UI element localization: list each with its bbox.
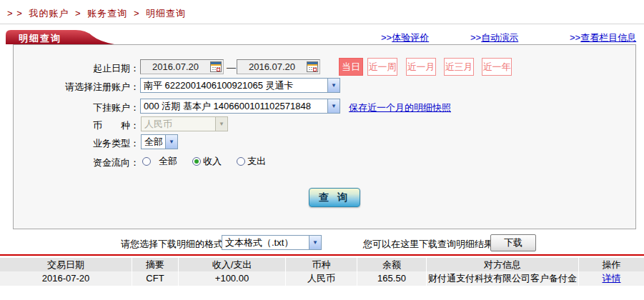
cell-balance: 165.50 xyxy=(357,271,427,286)
calendar-icon[interactable] xyxy=(307,61,318,72)
cell-date: 2016-07-20 xyxy=(0,271,132,286)
radio-checked-icon[interactable] xyxy=(192,157,201,166)
save-snapshot-link[interactable]: 保存近一个月的明细快照 xyxy=(349,101,451,114)
quick-range-week-button[interactable]: 近一周 xyxy=(367,58,397,76)
registered-account-select[interactable]: 南平 6222001406100921065 灵通卡 ▼ xyxy=(140,78,340,93)
cell-summary: CFT xyxy=(132,271,179,286)
start-date-input[interactable]: 2016.07.20 xyxy=(140,59,224,74)
fund-flow-radio-all[interactable]: 全部 xyxy=(142,155,177,168)
registered-account-value: 南平 6222001406100921065 灵通卡 xyxy=(141,79,327,92)
query-button[interactable]: 查 询 xyxy=(309,188,360,207)
end-date-input[interactable]: 2016.07.20 xyxy=(237,59,320,74)
download-button[interactable]: 下载 xyxy=(490,234,536,251)
calendar-icon[interactable] xyxy=(210,61,222,72)
column-header-amount: 收入/支出 xyxy=(179,258,286,271)
fund-flow-radio-income[interactable]: 收入 xyxy=(192,155,222,168)
radio-icon[interactable] xyxy=(237,157,245,166)
column-header-currency: 币种 xyxy=(286,258,357,271)
business-type-label: 业务类型： xyxy=(14,137,139,150)
cell-counterparty: 财付通支付科技有限公司客户备付金 xyxy=(427,271,579,286)
fund-flow-label: 资金流向： xyxy=(14,156,139,169)
radio-label: 全部 xyxy=(159,155,177,168)
quick-range-year-button[interactable]: 近一年 xyxy=(482,58,512,76)
link-view-column-info[interactable]: >>查看栏目信息 xyxy=(570,31,636,44)
chevron-down-icon[interactable]: ▼ xyxy=(327,79,340,92)
fund-flow-radio-expense[interactable]: 支出 xyxy=(237,155,266,168)
page: > > 我的账户 > 账务查询 > 明细查询 明细查询 >>体验评价 >>自动演… xyxy=(0,0,644,300)
radio-icon[interactable] xyxy=(142,157,151,166)
date-range-label: 起止日期： xyxy=(14,62,139,75)
chevron-down-icon: ▼ xyxy=(215,117,227,131)
link-auto-demo[interactable]: >>自动演示 xyxy=(470,31,518,44)
download-format-select[interactable]: 文本格式（.txt） ▼ xyxy=(222,235,322,250)
breadcrumb-separator: > xyxy=(75,8,81,19)
cell-amount: +100.00 xyxy=(179,271,286,286)
sub-account-select[interactable]: 000 活期 基本户 1406600101102571848 ▼ xyxy=(140,99,340,114)
breadcrumb-prefix: > > xyxy=(7,8,23,19)
business-type-select[interactable]: 全部 ▼ xyxy=(141,134,178,149)
start-date-value: 2016.07.20 xyxy=(141,61,210,72)
query-form-panel: 起止日期： 2016.07.20 — 2016.07.20 xyxy=(13,44,636,229)
radio-label: 收入 xyxy=(203,155,222,168)
download-format-value: 文本格式（.txt） xyxy=(222,236,309,249)
quick-range-month-button[interactable]: 近一月 xyxy=(406,58,436,76)
download-hint: 您可以在这里下载查询明细结果 xyxy=(363,238,493,251)
cell-currency: 人民币 xyxy=(286,271,357,286)
download-format-label: 请您选择下载明细的格式 xyxy=(121,238,223,251)
breadcrumb: > > 我的账户 > 账务查询 > 明细查询 xyxy=(7,7,189,20)
end-date-value: 2016.07.20 xyxy=(237,61,307,72)
quick-range-3months-button[interactable]: 近三月 xyxy=(444,58,474,76)
column-header-summary: 摘要 xyxy=(132,258,179,271)
radio-label: 支出 xyxy=(247,155,266,168)
chevron-down-icon[interactable]: ▼ xyxy=(327,99,340,113)
breadcrumb-item-my-account[interactable]: 我的账户 xyxy=(29,8,69,19)
breadcrumb-item-detail-query[interactable]: 明细查询 xyxy=(146,8,186,19)
quick-range-today-button[interactable]: 当日 xyxy=(339,58,363,76)
column-header-action: 操作 xyxy=(579,258,644,271)
column-header-counterparty: 对方信息 xyxy=(427,258,579,271)
currency-value: 人民币 xyxy=(142,118,215,131)
business-type-value: 全部 xyxy=(142,136,165,149)
red-divider xyxy=(0,254,644,256)
sub-account-value: 000 活期 基本户 1406600101102571848 xyxy=(141,100,327,113)
currency-select: 人民币 ▼ xyxy=(141,116,228,131)
table-row: 2016-07-20 CFT +100.00 人民币 165.50 财付通支付科… xyxy=(0,271,644,286)
column-header-date: 交易日期 xyxy=(0,258,132,271)
registered-account-label: 请选择注册账户： xyxy=(14,81,139,94)
breadcrumb-separator: > xyxy=(134,8,140,19)
link-experience-review[interactable]: >>体验评价 xyxy=(381,31,429,44)
breadcrumb-item-account-query[interactable]: 账务查询 xyxy=(87,8,127,19)
results-table-header: 交易日期 摘要 收入/支出 币种 余额 对方信息 操作 xyxy=(0,258,644,271)
sub-account-label: 下挂账户： xyxy=(14,101,139,114)
column-header-balance: 余额 xyxy=(357,258,427,271)
detail-link[interactable]: 详情 xyxy=(579,271,644,286)
chevron-down-icon[interactable]: ▼ xyxy=(165,135,177,149)
divider xyxy=(0,24,644,24)
chevron-down-icon[interactable]: ▼ xyxy=(309,236,321,249)
page-title: 明细查询 xyxy=(19,32,61,45)
currency-label: 币 种： xyxy=(14,119,139,132)
date-range-separator: — xyxy=(227,62,236,73)
